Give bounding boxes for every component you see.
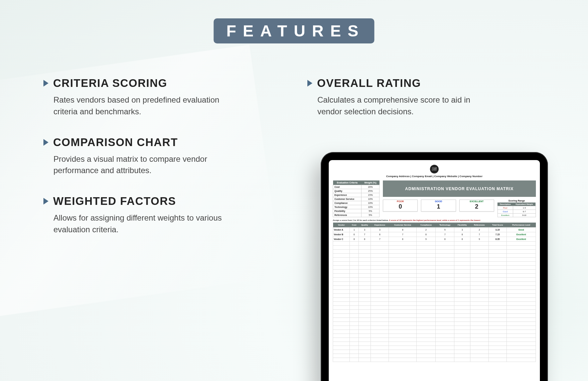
grid-cell-empty <box>371 242 389 246</box>
grid-cell-empty <box>507 350 536 354</box>
table-row-empty <box>333 278 536 282</box>
grid-cell-empty <box>470 346 488 350</box>
table-row-empty <box>333 242 536 246</box>
grid-cell-empty <box>417 298 436 302</box>
table-row: Vendor B678787877.15Excellent <box>333 232 536 237</box>
grid-cell-empty <box>436 318 454 322</box>
grid-cell-empty <box>436 330 454 334</box>
score-label: GOOD <box>421 200 455 203</box>
grid-cell-empty <box>454 350 470 354</box>
score-box-poor: POOR 0 <box>383 200 418 212</box>
grid-cell-empty <box>371 326 389 330</box>
grid-cell-empty <box>333 358 350 362</box>
grid-cell-empty <box>436 346 454 350</box>
grid-cell-empty <box>389 358 417 362</box>
grid-cell-empty <box>371 342 389 346</box>
grid-cell-empty <box>350 242 358 246</box>
grid-cell-empty <box>389 302 417 306</box>
grid-cell-empty <box>454 322 470 326</box>
grid-cell-empty <box>488 302 507 306</box>
feature-title: CRITERIA SCORING <box>53 77 167 90</box>
grid-cell-empty <box>507 318 536 322</box>
features-col-left: CRITERIA SCORING Rates vendors based on … <box>43 77 281 254</box>
grid-cell-empty <box>488 282 507 286</box>
grid-cell-empty <box>389 334 417 338</box>
table-row-empty <box>333 262 536 266</box>
grid-cell-empty <box>350 254 358 258</box>
feature-criteria-scoring: CRITERIA SCORING Rates vendors based on … <box>43 77 231 118</box>
grid-cell-empty <box>488 250 507 254</box>
grid-cell-empty <box>358 322 371 326</box>
grid-cell-empty <box>470 342 488 346</box>
criteria-weight: 10% <box>361 205 380 209</box>
company-line: Company Address | Company Email | Compan… <box>333 175 536 178</box>
grid-cell-empty <box>436 298 454 302</box>
grid-cell-empty <box>358 286 371 290</box>
grid-cell-empty <box>350 310 358 314</box>
grid-cell-empty <box>436 274 454 278</box>
grid-cell: 9 <box>470 237 488 242</box>
table-row-empty <box>333 274 536 278</box>
grid-cell: 8.35 <box>488 237 507 242</box>
grid-cell-empty <box>436 262 454 266</box>
grid-cell-empty <box>488 286 507 290</box>
grid-cell: Vendor C <box>333 237 350 242</box>
grid-cell-empty <box>371 286 389 290</box>
grid-cell-empty <box>454 270 470 274</box>
grid-cell: 8 <box>389 228 417 232</box>
grid-cell-empty <box>350 346 358 350</box>
grid-cell-empty <box>454 242 470 246</box>
grid-cell-empty <box>417 314 436 318</box>
grid-cell: 3.15 <box>488 228 507 232</box>
grid-cell-empty <box>470 270 488 274</box>
grid-cell-empty <box>454 330 470 334</box>
grid-cell-empty <box>350 322 358 326</box>
grid-cell-empty <box>371 310 389 314</box>
grid-cell-empty <box>488 326 507 330</box>
grid-cell-empty <box>350 358 358 362</box>
grid-cell-empty <box>350 330 358 334</box>
grid-cell-empty <box>389 250 417 254</box>
table-row-empty <box>333 310 536 314</box>
grid-cell: Excellent <box>507 232 536 237</box>
feature-title: WEIGHTED FACTORS <box>53 195 176 208</box>
grid-cell-empty <box>333 338 350 342</box>
grid-cell-empty <box>488 290 507 294</box>
criteria-header-weight: Weight (%) <box>361 180 380 185</box>
grid-cell-empty <box>333 318 350 322</box>
grid-cell-empty <box>488 318 507 322</box>
grid-cell-empty <box>333 306 350 310</box>
grid-cell: Vendor A <box>333 228 350 232</box>
range-cell: Good <box>497 210 513 214</box>
grid-cell-empty <box>333 294 350 298</box>
criteria-weight: 5% <box>361 209 380 213</box>
grid-cell-empty <box>333 298 350 302</box>
criteria-weight: 20% <box>361 185 380 189</box>
grid-cell-empty <box>436 250 454 254</box>
grid-cell: 7 <box>389 232 417 237</box>
table-row-empty <box>333 314 536 318</box>
criteria-weight: 5% <box>361 213 380 217</box>
range-header-weight: Equivalent Weight <box>513 203 536 206</box>
grid-cell: 3 <box>454 228 470 232</box>
criteria-weight: 10% <box>361 197 380 201</box>
feature-comparison-chart: COMPARISON CHART Provides a visual matri… <box>43 136 231 177</box>
grid-cell-empty <box>417 286 436 290</box>
tablet-mockup: YOUR LOGO Company Address | Company Emai… <box>321 152 548 381</box>
range-table: Description Equivalent Weight Poor1-5 Go… <box>497 203 536 217</box>
grid-cell-empty <box>417 302 436 306</box>
grid-cell-empty <box>389 326 417 330</box>
grid-cell-empty <box>488 354 507 358</box>
grid-cell-empty <box>470 286 488 290</box>
grid-cell-empty <box>358 298 371 302</box>
table-row: Vendor C887898898.35Excellent <box>333 237 536 242</box>
grid-cell-empty <box>389 354 417 358</box>
grid-cell-empty <box>358 334 371 338</box>
grid-cell-empty <box>350 274 358 278</box>
feature-title: OVERALL RATING <box>317 77 421 90</box>
grid-cell-empty <box>470 262 488 266</box>
grid-cell-empty <box>358 318 371 322</box>
grid-cell: 7 <box>358 232 371 237</box>
grid-cell-empty <box>470 298 488 302</box>
grid-cell-empty <box>389 258 417 262</box>
